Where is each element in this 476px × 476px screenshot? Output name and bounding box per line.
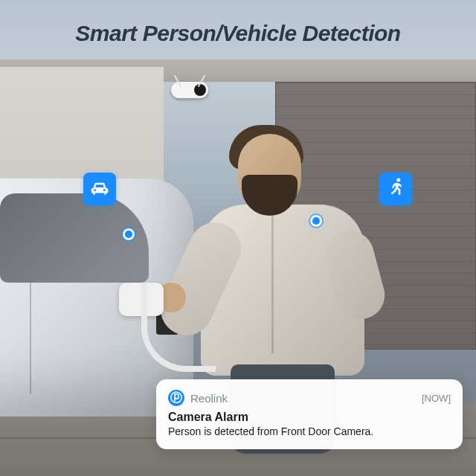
running-person-icon <box>385 176 407 202</box>
page-title: Smart Person/Vehicle Detection <box>0 21 476 46</box>
notification-timestamp: [NOW] <box>422 393 451 404</box>
svg-point-0 <box>396 178 400 182</box>
notification-message: Person is detected from Front Door Camer… <box>168 425 451 437</box>
notification-app-name: Reolink <box>190 392 422 405</box>
reolink-logo-icon: ⓟ <box>170 390 182 406</box>
car-door-seam <box>30 283 31 394</box>
security-camera <box>171 82 208 98</box>
notification-header: ⓟ Reolink [NOW] <box>168 390 451 406</box>
camera-lens <box>194 84 206 96</box>
vehicle-detection-badge <box>83 173 116 205</box>
person-detection-badge <box>379 173 412 205</box>
app-icon: ⓟ <box>168 390 184 406</box>
push-notification[interactable]: ⓟ Reolink [NOW] Camera Alarm Person is d… <box>156 379 463 449</box>
person-detection-marker <box>312 217 320 225</box>
car-icon <box>89 176 111 202</box>
notification-title: Camera Alarm <box>168 411 451 424</box>
jacket-zipper <box>271 205 274 353</box>
vehicle-detection-marker <box>125 231 132 238</box>
car-rear-window <box>0 193 149 283</box>
